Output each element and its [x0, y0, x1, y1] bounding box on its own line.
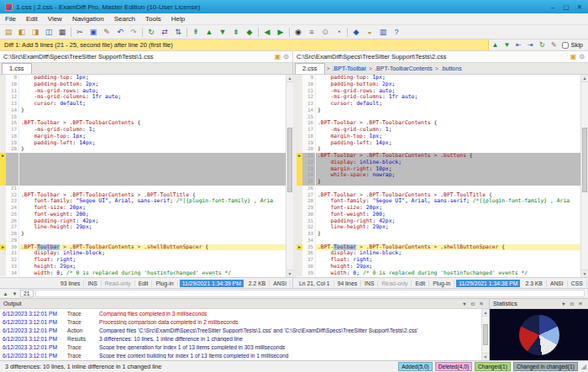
code-text[interactable]: }: [316, 146, 580, 153]
recompare-button[interactable]: ↻: [144, 26, 158, 39]
output-row[interactable]: 6/12/2023 3:12:01 PMActionCompared files…: [0, 326, 481, 334]
menu-item-tools[interactable]: Tools: [140, 13, 166, 24]
breadcrumb-item[interactable]: .BPT-ToolbarContents: [374, 65, 433, 71]
report-button[interactable]: ▥: [376, 26, 390, 39]
prev-file-button[interactable]: ◀: [260, 26, 274, 39]
find-button[interactable]: ◉: [291, 26, 305, 39]
code-text[interactable]: -ms-grid-columns: 1fr auto;: [19, 94, 286, 101]
code-text[interactable]: -ms-grid-rows: auto;: [316, 88, 580, 95]
code-text[interactable]: [19, 179, 286, 186]
code-text[interactable]: .BPT-Toolbar > .BPT-ToolbarContents > .s…: [19, 244, 286, 251]
code-text[interactable]: height: 29px;: [316, 264, 580, 270]
pin-icon[interactable]: ⊙: [283, 53, 289, 60]
synchronize-button[interactable]: ⇅: [171, 26, 185, 39]
code-text[interactable]: font-weight: 200;: [19, 212, 286, 218]
snapshot-button[interactable]: ◒: [363, 26, 376, 39]
copy-block-right-button[interactable]: ⇥: [524, 40, 536, 50]
prev-difference-button[interactable]: ▲: [489, 40, 501, 50]
plugins-button[interactable]: ◆: [349, 26, 363, 39]
save-button[interactable]: ◫: [42, 26, 55, 39]
scrollbar-thumb[interactable]: [483, 324, 488, 344]
code-text[interactable]: [19, 114, 286, 121]
open-first-file-button[interactable]: ◧: [15, 26, 29, 39]
resize-grip[interactable]: ◢: [581, 363, 586, 370]
edit-block-button[interactable]: ✎: [548, 40, 559, 50]
swap-panes-button[interactable]: ⇄: [158, 26, 171, 39]
code-text[interactable]: }: [316, 179, 580, 186]
browse-folder-icon[interactable]: ▣: [275, 53, 281, 60]
code-text[interactable]: padding-right: 42px;: [316, 218, 580, 225]
chevron-down-icon[interactable]: ▾: [559, 301, 568, 307]
scroll-up-arrow[interactable]: ▲: [482, 309, 489, 317]
print-button[interactable]: ▦: [55, 26, 69, 39]
menu-item-view[interactable]: View: [43, 13, 67, 24]
code-text[interactable]: [19, 160, 286, 166]
code-text[interactable]: -ms-grid-column: 1;: [316, 127, 580, 134]
code-text[interactable]: font-size: 20px;: [19, 205, 286, 212]
skip-checkbox[interactable]: [562, 42, 569, 49]
code-text[interactable]: line-height: 29px;: [316, 224, 580, 231]
filters-button[interactable]: ≡: [305, 26, 318, 39]
code-text[interactable]: white-space: nowrap;: [316, 172, 580, 179]
code-text[interactable]: font-size: 20px;: [316, 205, 580, 212]
code-text[interactable]: width: 0; /* 0 is replaced during 'hosti…: [19, 270, 286, 277]
scrollbar-thumb[interactable]: [287, 128, 292, 192]
scroll-down-arrow[interactable]: ▼: [482, 353, 489, 360]
code-text[interactable]: display: inline-block;: [316, 250, 580, 257]
output-row[interactable]: 6/12/2023 3:12:01 PMResults3 differences…: [0, 334, 481, 343]
pin-icon[interactable]: ⊙: [579, 53, 585, 60]
menu-item-edit[interactable]: Edit: [21, 13, 43, 24]
close-icon[interactable]: ✕: [477, 301, 486, 307]
first-diff-button[interactable]: ⇞: [189, 26, 202, 39]
menu-item-help[interactable]: Help: [166, 13, 190, 24]
code-text[interactable]: padding-top: 1px;: [316, 75, 580, 81]
menu-item-file[interactable]: File: [0, 13, 21, 24]
copy-button[interactable]: ▣: [87, 26, 100, 39]
code-text[interactable]: font-family: "Segoe UI", Arial, sans-ser…: [19, 198, 286, 205]
breadcrumb-item[interactable]: .BPT-Toolbar: [332, 65, 367, 71]
next-change-arrow-icon[interactable]: ▼: [11, 291, 18, 296]
next-diff-button[interactable]: ▼: [216, 26, 229, 39]
code-text[interactable]: [19, 166, 286, 173]
next-file-button[interactable]: ▶: [274, 26, 287, 39]
output-row[interactable]: 6/12/2023 3:12:01 PMTraceScope tree cont…: [0, 351, 481, 359]
code-text[interactable]: -ms-grid-column: 1;: [19, 127, 286, 134]
code-text[interactable]: width: 0; /* 0 is replaced during 'hosti…: [316, 270, 580, 277]
cut-button[interactable]: ✂: [73, 26, 87, 39]
scroll-down-arrow[interactable]: ▼: [581, 270, 588, 277]
scroll-down-arrow[interactable]: ▼: [286, 270, 293, 277]
chevron-down-icon[interactable]: ▾: [460, 301, 469, 307]
output-row[interactable]: 6/12/2023 3:12:01 PMTraceComparing files…: [0, 309, 481, 317]
code-text[interactable]: cursor: default;: [316, 101, 580, 107]
code-text[interactable]: [19, 153, 286, 160]
code-text[interactable]: .BPT-Toolbar > .BPT-ToolbarContents > .b…: [316, 153, 580, 160]
code-text[interactable]: [19, 186, 286, 192]
code-text[interactable]: }: [316, 231, 580, 238]
code-text[interactable]: .BPT-Toolbar > .BPT-ToolbarContents {: [316, 120, 580, 127]
code-text[interactable]: padding-right: 42px;: [19, 218, 286, 225]
next-difference-button[interactable]: ▼: [501, 40, 512, 50]
menu-item-navigation[interactable]: Navigation: [67, 13, 109, 24]
code-text[interactable]: float: right;: [19, 257, 286, 264]
code-text[interactable]: .BPT-Toolbar > .BPT-ToolbarContents > .B…: [316, 192, 580, 199]
last-diff-button[interactable]: ⇟: [229, 26, 243, 39]
code-text[interactable]: margin-top: 1px;: [19, 134, 286, 140]
scroll-up-arrow[interactable]: ▲: [286, 75, 293, 82]
code-text[interactable]: [316, 186, 580, 192]
code-text[interactable]: }: [19, 107, 286, 114]
code-text[interactable]: float: right;: [316, 257, 580, 264]
code-text[interactable]: }: [19, 146, 286, 153]
code-text[interactable]: [316, 238, 580, 244]
code-text[interactable]: -ms-grid-columns: 1fr auto;: [316, 94, 580, 101]
code-text[interactable]: [316, 114, 580, 121]
statistics-button[interactable]: ◔: [332, 26, 345, 39]
redo-button[interactable]: ↷: [127, 26, 140, 39]
maximize-button[interactable]: ▢: [559, 2, 573, 13]
tab-first-file[interactable]: 1.css: [2, 63, 32, 74]
help-button[interactable]: ?: [390, 26, 403, 39]
output-row[interactable]: 6/12/2023 3:12:01 PMTraceScope tree gene…: [0, 343, 481, 351]
undo-button[interactable]: ↶: [113, 26, 127, 39]
tab-second-file[interactable]: 2.css: [295, 63, 325, 74]
browse-folder-icon[interactable]: ▣: [570, 53, 577, 60]
copy-block-left-button[interactable]: ⇤: [512, 40, 524, 50]
